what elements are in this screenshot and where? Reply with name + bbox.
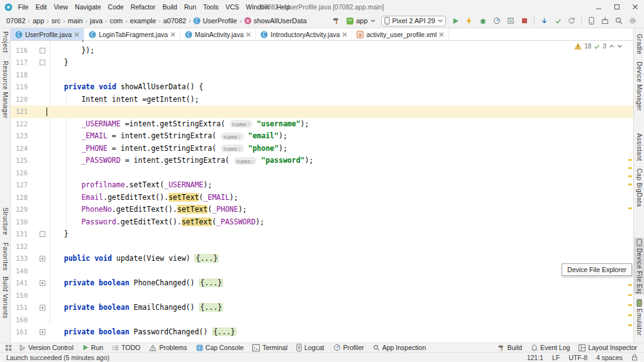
code-line-151[interactable]: 151+ private boolean EmailChanged() {...… xyxy=(11,302,633,314)
breadcrumb-item-app[interactable]: app xyxy=(31,17,45,25)
gutter[interactable]: 161+ xyxy=(11,326,47,339)
apply-changes-button[interactable] xyxy=(463,15,475,27)
warning-stripe-mark[interactable] xyxy=(628,175,632,177)
tab-IntroductoryActivity.java[interactable]: CIntroductoryActivity.java xyxy=(256,28,352,40)
line-number[interactable]: 118 xyxy=(11,69,28,82)
fold-expand-icon[interactable]: + xyxy=(40,305,45,310)
gutter[interactable]: 140 xyxy=(11,265,47,278)
menu-vcs[interactable]: VCS xyxy=(222,3,243,11)
warning-stripe-mark[interactable] xyxy=(628,324,632,326)
menu-run[interactable]: Run xyxy=(180,3,199,11)
close-icon[interactable] xyxy=(170,32,175,37)
line-number[interactable]: 123 xyxy=(11,130,28,143)
gutter[interactable]: 123 xyxy=(11,130,47,143)
code-line-117[interactable]: 117 } xyxy=(11,57,633,69)
tool-window-button-cap-console[interactable]: CCap Console xyxy=(192,344,248,351)
gutter[interactable]: 130 xyxy=(11,216,47,229)
gutter[interactable]: 117 xyxy=(11,57,47,69)
code-line-119[interactable]: 119 private void showAllUserData() { xyxy=(11,81,633,94)
gutter[interactable]: 127 xyxy=(11,179,47,192)
tool-stripe-device-file-explorer[interactable]: Device File Explorer xyxy=(634,238,644,294)
file-encoding[interactable]: UTF-8 xyxy=(569,354,587,361)
run-button[interactable] xyxy=(449,15,462,27)
tool-stripe-build-variants[interactable]: Build Variants xyxy=(0,275,10,319)
code-line-133[interactable]: 133+ public void update(View view) {...} xyxy=(11,253,633,265)
inspections-widget[interactable]: 18 3 xyxy=(573,42,624,50)
line-number[interactable]: 126 xyxy=(11,167,28,180)
status-message[interactable]: Launch succeeded (5 minutes ago) xyxy=(6,354,109,361)
sdk-manager-button[interactable] xyxy=(599,15,611,27)
tool-window-button-profiler[interactable]: Profiler xyxy=(329,344,369,351)
tool-window-button-run[interactable]: Run xyxy=(78,344,108,351)
code-line-141[interactable]: 141+ private boolean PhoneChanged() {...… xyxy=(11,277,633,290)
maximize-button[interactable] xyxy=(608,0,626,14)
code-line-120[interactable]: 120 Intent intent =getIntent(); xyxy=(11,94,633,106)
tool-window-button-build[interactable]: Build xyxy=(494,344,526,351)
tool-window-button-app-inspection[interactable]: App Inspection xyxy=(369,344,430,351)
line-number[interactable]: 131 xyxy=(11,228,28,241)
menu-build[interactable]: Build xyxy=(159,3,180,11)
close-window-button[interactable] xyxy=(626,0,644,14)
line-number[interactable]: 117 xyxy=(11,57,28,69)
minimize-button[interactable] xyxy=(589,0,608,14)
tool-stripe-gradle[interactable]: Gradle xyxy=(634,33,644,54)
menu-code[interactable]: Code xyxy=(104,3,127,11)
indent-size[interactable]: 4 spaces xyxy=(596,354,623,361)
close-icon[interactable] xyxy=(439,32,444,37)
gutter[interactable]: 126 xyxy=(11,167,47,180)
vcs-commit-button[interactable] xyxy=(552,15,564,27)
tool-stripe-resource-manager[interactable]: Resource Manager xyxy=(0,60,10,118)
gutter[interactable]: 125 xyxy=(11,155,47,167)
gutter[interactable]: 141+ xyxy=(11,277,47,290)
gutter[interactable]: 151+ xyxy=(11,302,47,314)
chevron-down-icon[interactable] xyxy=(617,44,623,48)
gutter[interactable]: 129 xyxy=(11,204,47,216)
line-number[interactable]: 122 xyxy=(11,118,28,131)
fold-marker-icon[interactable] xyxy=(40,48,45,53)
code-line-132[interactable]: 132 xyxy=(11,241,633,253)
tool-window-button-terminal[interactable]: Terminal xyxy=(248,344,292,351)
gutter[interactable]: 133+ xyxy=(11,253,47,265)
menu-view[interactable]: View xyxy=(50,3,72,11)
line-number[interactable]: 132 xyxy=(11,241,28,253)
fold-expand-icon[interactable]: + xyxy=(40,256,45,261)
code-line-128[interactable]: 128 Email.getEditText().setText(_EMAIL); xyxy=(11,192,633,204)
gradle-sync-button[interactable] xyxy=(565,15,578,27)
gutter[interactable]: 122 xyxy=(11,118,47,131)
warning-stripe-mark[interactable] xyxy=(628,159,632,161)
breadcrumb-item-showalluserdata[interactable]: mshowAllUserData xyxy=(243,17,308,25)
code-line-150[interactable]: 150 xyxy=(11,290,633,302)
warning-stripe-mark[interactable] xyxy=(628,184,632,185)
line-number[interactable]: 127 xyxy=(11,179,28,192)
code-line-127[interactable]: 127 profilname.setText(_USERNAME); xyxy=(11,179,633,192)
line-number[interactable]: 120 xyxy=(11,94,28,106)
tool-window-switcher-icon[interactable] xyxy=(5,344,12,351)
menu-file[interactable]: File xyxy=(14,3,32,11)
run-configuration-select[interactable]: app xyxy=(344,16,377,26)
caret-position[interactable]: 121:1 xyxy=(527,354,543,361)
menu-edit[interactable]: Edit xyxy=(32,3,50,11)
build-hammer-button[interactable] xyxy=(330,15,343,27)
fold-expand-icon[interactable]: + xyxy=(40,280,45,286)
code-line-130[interactable]: 130 Password.getEditText().setText(_PASS… xyxy=(11,216,633,229)
line-number[interactable]: 151 xyxy=(11,302,28,314)
line-number[interactable]: 130 xyxy=(11,216,28,229)
gutter[interactable]: 160 xyxy=(11,314,47,327)
breadcrumb-item-a07082[interactable]: a07082 xyxy=(162,17,187,25)
gutter[interactable]: 150 xyxy=(11,290,47,302)
breadcrumb-item-com[interactable]: com xyxy=(108,17,124,25)
code-line-126[interactable]: 126 xyxy=(11,167,633,180)
line-number[interactable]: 124 xyxy=(11,143,28,155)
gutter[interactable]: 116 xyxy=(11,45,47,57)
stop-button[interactable] xyxy=(518,15,531,27)
debug-button[interactable] xyxy=(477,15,489,27)
tool-window-button-problems[interactable]: Problems xyxy=(145,344,191,351)
close-icon[interactable] xyxy=(246,32,251,37)
warning-stripe-mark[interactable] xyxy=(628,284,632,286)
tool-window-button-todo[interactable]: TODO xyxy=(108,344,145,351)
tab-LoginTabFragment.java[interactable]: CLoginTabFragment.java xyxy=(84,28,180,40)
breadcrumb-item-main[interactable]: main xyxy=(67,17,84,25)
code-line-123[interactable]: 123 _EMAIL = intent.getStringExtra( name… xyxy=(11,130,633,143)
line-number[interactable]: 125 xyxy=(11,155,28,167)
line-number[interactable]: 116 xyxy=(11,45,28,57)
